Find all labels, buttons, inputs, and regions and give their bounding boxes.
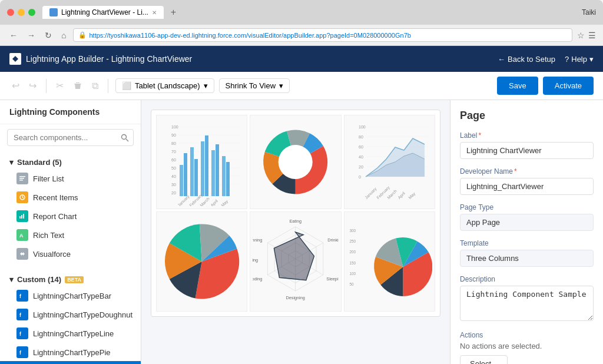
home-button[interactable]: ⌂: [59, 29, 68, 41]
close-dot[interactable]: [7, 9, 14, 16]
cut-button[interactable]: ✂: [54, 78, 66, 94]
sidebar-item-chart-line[interactable]: f LightningChartTypeLine: [0, 324, 141, 343]
svg-text:Coding: Coding: [253, 276, 262, 282]
template-label: Template: [460, 239, 594, 247]
device-chevron-icon: ▾: [204, 81, 208, 90]
address-bar[interactable]: 🔒 https://tyoshikawa1106-app-dev-ed.ligh…: [73, 28, 572, 42]
browser-toolbar: ← → ↻ ⌂ 🔒 https://tyoshikawa1106-app-dev…: [0, 25, 603, 46]
custom-section-label: Custom (14): [17, 275, 61, 284]
sidebar-item-report-chart[interactable]: Report Chart: [0, 207, 141, 226]
panel-title: Page: [460, 110, 594, 122]
svg-marker-13: [20, 252, 25, 256]
chart-cell-doughnut[interactable]: [250, 115, 341, 209]
view-selector[interactable]: Shrink To View ▾: [219, 78, 290, 93]
svg-text:May: May: [408, 191, 417, 200]
browser-chrome: Lightning ChartViewer - Li... ✕ + Taiki …: [0, 0, 603, 46]
delete-button[interactable]: [71, 79, 85, 93]
tab-close-button[interactable]: ✕: [152, 9, 157, 16]
sidebar-item-chart-pie[interactable]: f LightningChartTypePie: [0, 343, 141, 362]
device-selector[interactable]: ⬜ Tablet (Landscape) ▾: [115, 78, 214, 93]
sidebar-item-chart-bar[interactable]: f LightningChartTypeBar: [0, 286, 141, 305]
back-arrow-icon: ←: [498, 55, 505, 64]
help-button[interactable]: ? Help ▾: [565, 55, 594, 64]
chart-cell-line[interactable]: 100 80 60 40 20 0: [344, 115, 435, 209]
report-chart-label: Report Chart: [33, 212, 77, 221]
url-text: https://tyoshikawa1106-app-dev-ed.lightn…: [89, 32, 410, 39]
sidebar-item-visualforce[interactable]: Visualforce: [0, 244, 141, 263]
svg-text:20: 20: [171, 191, 176, 195]
search-input[interactable]: [7, 129, 134, 146]
back-button[interactable]: ←: [7, 29, 20, 41]
svg-text:60: 60: [171, 158, 176, 162]
bookmark-button[interactable]: ☆: [577, 31, 585, 40]
toolbar-separator-1: [46, 79, 47, 93]
app-header: Lightning App Builder - Lightning ChartV…: [0, 46, 603, 72]
svg-text:April: April: [397, 191, 407, 200]
activate-button[interactable]: Activate: [543, 77, 594, 95]
sidebar-item-rich-text[interactable]: A Rich Text: [0, 226, 141, 244]
svg-point-1: [122, 134, 127, 139]
back-to-setup-button[interactable]: ← Back to Setup: [498, 55, 555, 64]
view-chevron-icon: ▾: [279, 81, 283, 90]
filter-list-label: Filter List: [33, 174, 64, 183]
save-button[interactable]: Save: [497, 77, 538, 95]
page-type-field-group: Page Type App Page: [460, 203, 594, 231]
minimize-dot[interactable]: [18, 9, 25, 16]
menu-button[interactable]: ☰: [588, 31, 596, 40]
page-type-label: Page Type: [460, 203, 594, 211]
svg-text:Sleeping: Sleeping: [327, 276, 339, 282]
svg-rect-46: [226, 162, 230, 196]
refresh-button[interactable]: ↻: [42, 29, 54, 41]
sidebar-item-filter-list[interactable]: Filter List: [0, 169, 141, 188]
sidebar-item-chart-doughnut[interactable]: f LightningChartTypeDoughnut: [0, 305, 141, 324]
actions-label: Actions: [460, 331, 594, 339]
copy-button[interactable]: ⧉: [90, 78, 101, 94]
back-to-setup-label: Back to Setup: [508, 55, 555, 64]
select-actions-button[interactable]: Select...: [460, 355, 508, 364]
developer-name-field-label: Developer Name *: [460, 167, 594, 176]
chart-cell-pie[interactable]: [156, 211, 247, 312]
svg-text:100: 100: [171, 125, 178, 129]
chart-cell-polar[interactable]: 300 250 200 150 100 50: [344, 211, 435, 312]
new-tab-button[interactable]: +: [166, 5, 181, 20]
chart-doughnut-label: LightningChartTypeDoughnut: [33, 310, 132, 319]
ssl-icon: 🔒: [78, 31, 87, 39]
chart-pie-icon: f: [16, 346, 28, 358]
svg-text:f: f: [19, 312, 22, 318]
app-header-actions: ← Back to Setup ? Help ▾: [498, 55, 594, 64]
redo-button[interactable]: ↪: [26, 78, 39, 94]
developer-name-input[interactable]: [460, 178, 594, 195]
svg-text:Drinking: Drinking: [327, 237, 338, 243]
svg-rect-10: [21, 215, 22, 219]
custom-section-header[interactable]: ▾ Custom (14) BETA: [0, 273, 141, 286]
svg-rect-40: [194, 159, 198, 196]
svg-text:50: 50: [171, 166, 176, 170]
help-icon: ?: [565, 55, 569, 64]
view-label: Shrink To View: [226, 81, 276, 90]
standard-section-header[interactable]: ▾ Standard (5): [0, 155, 141, 169]
svg-text:A: A: [19, 233, 24, 239]
label-input[interactable]: [460, 142, 594, 159]
svg-text:20: 20: [359, 165, 363, 169]
svg-text:0: 0: [359, 175, 361, 179]
sidebar-standard-section: ▾ Standard (5) Filter List Recent Items: [0, 151, 141, 268]
browser-titlebar: Lightning ChartViewer - Li... ✕ + Taiki: [0, 0, 603, 25]
label-field-group: Label *: [460, 131, 594, 159]
app-logo: Lightning App Builder - Lightning ChartV…: [9, 53, 192, 65]
undo-button[interactable]: ↩: [9, 78, 22, 94]
tab-title: Lightning ChartViewer - Li...: [61, 8, 148, 16]
svg-rect-45: [222, 156, 226, 196]
svg-text:60: 60: [359, 145, 363, 149]
chart-cell-bar[interactable]: 100 90 80 70 60 50 40 30 20: [156, 115, 247, 209]
browser-tab[interactable]: Lightning ChartViewer - Li... ✕: [42, 6, 164, 19]
maximize-dot[interactable]: [28, 9, 35, 16]
chart-cell-radar[interactable]: Eating Drinking Sleeping Designing Codin…: [250, 211, 341, 312]
svg-text:f: f: [19, 331, 22, 337]
svg-line-2: [126, 139, 128, 141]
description-textarea[interactable]: Lightning Component Sample: [460, 286, 594, 321]
sidebar-item-recent-items[interactable]: Recent Items: [0, 188, 141, 207]
appexchange-button[interactable]: Get more on the AppExchange: [0, 361, 141, 364]
forward-button[interactable]: →: [25, 29, 38, 41]
chart-line-icon: f: [16, 327, 28, 339]
dev-name-required: *: [514, 167, 517, 176]
